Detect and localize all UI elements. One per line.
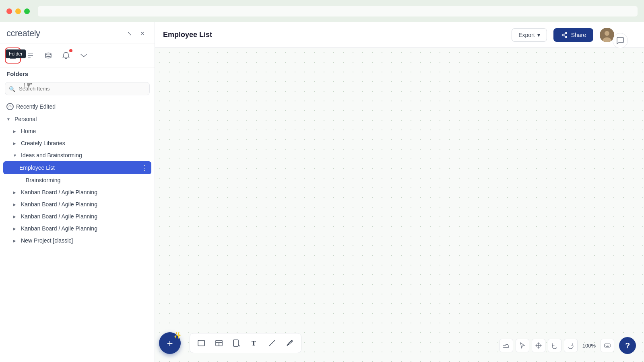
zoom-level: 100% bbox=[580, 343, 598, 349]
undo-icon bbox=[551, 342, 558, 349]
pointer-icon bbox=[519, 342, 526, 349]
canvas-area[interactable]: + ✨ bbox=[155, 48, 644, 362]
brainstorming-label: Brainstorming bbox=[26, 177, 148, 183]
logo-text: creately bbox=[11, 28, 40, 38]
chevron-right-icon: ▶ bbox=[13, 214, 19, 219]
svg-point-11 bbox=[605, 31, 609, 36]
rectangle-icon bbox=[197, 339, 206, 348]
select-tool[interactable] bbox=[516, 339, 529, 352]
sidebar-header-icons: ⤡ ✕ bbox=[124, 28, 148, 39]
document-title: Employee List bbox=[163, 31, 505, 39]
drawing-tools: T bbox=[190, 333, 301, 353]
close-button[interactable] bbox=[6, 8, 12, 14]
logo-c: c bbox=[6, 28, 11, 38]
kanban3-folder[interactable]: ▶ Kanban Board / Agile Planning bbox=[3, 210, 151, 222]
chevron-right-icon: ▶ bbox=[13, 202, 19, 207]
table-icon bbox=[215, 339, 223, 348]
keyboard-shortcuts-button[interactable] bbox=[601, 339, 614, 352]
main-area: Employee List Export ▾ Share bbox=[155, 22, 644, 362]
pen-icon bbox=[285, 339, 294, 348]
creately-libraries-folder[interactable]: ▶ Creately Libraries bbox=[3, 137, 151, 149]
table-tool[interactable] bbox=[212, 336, 226, 350]
chevron-right-icon: ▶ bbox=[13, 141, 19, 146]
chevron-down-icon: ▼ bbox=[6, 117, 12, 121]
export-button[interactable]: Export ▾ bbox=[512, 28, 547, 42]
move-tool[interactable] bbox=[532, 339, 545, 352]
share-button[interactable]: Share bbox=[553, 28, 593, 42]
folders-section-title: Folders bbox=[0, 68, 155, 82]
sidebar: Folder ☞ ccreately ⤡ ✕ bbox=[0, 22, 155, 362]
personal-folder[interactable]: ▼ Personal bbox=[3, 113, 151, 125]
expand-sidebar-button[interactable]: ⤡ bbox=[124, 28, 135, 39]
chevron-right-icon: ▶ bbox=[13, 129, 19, 134]
search-input[interactable] bbox=[5, 82, 150, 95]
kanban2-label: Kanban Board / Agile Planning bbox=[21, 201, 148, 208]
svg-line-9 bbox=[564, 35, 565, 37]
comment-button[interactable] bbox=[613, 33, 628, 48]
canvas-background bbox=[155, 48, 644, 362]
employee-list-label: Employee List bbox=[19, 165, 138, 171]
recently-edited-label: Recently Edited bbox=[16, 103, 148, 110]
redo-button[interactable] bbox=[564, 339, 578, 352]
title-bar-address bbox=[38, 6, 638, 16]
new-project-label: New Project [classic] bbox=[21, 237, 148, 244]
top-toolbar: Employee List Export ▾ Share bbox=[155, 22, 644, 48]
app-container: Folder ☞ ccreately ⤡ ✕ bbox=[0, 22, 644, 362]
help-button[interactable]: ? bbox=[619, 337, 636, 354]
more-options-button[interactable]: ⋮ bbox=[141, 164, 148, 171]
maximize-button[interactable] bbox=[24, 8, 30, 14]
search-container: 🔍 bbox=[5, 82, 150, 95]
chevron-right-icon: ▶ bbox=[13, 226, 19, 231]
new-project-folder[interactable]: ▶ New Project [classic] bbox=[3, 234, 151, 247]
title-bar bbox=[0, 0, 644, 22]
clock-icon: ◷ bbox=[6, 103, 14, 110]
chevron-right-icon: ▶ bbox=[13, 239, 19, 243]
user-avatar bbox=[600, 28, 614, 42]
kanban2-folder[interactable]: ▶ Kanban Board / Agile Planning bbox=[3, 198, 151, 210]
note-icon bbox=[232, 339, 241, 348]
svg-rect-13 bbox=[198, 340, 204, 346]
kanban4-label: Kanban Board / Agile Planning bbox=[21, 225, 148, 232]
creately-libraries-label: Creately Libraries bbox=[21, 140, 148, 146]
cloud-save-button[interactable] bbox=[500, 339, 513, 352]
recently-edited-item[interactable]: ◷ Recently Edited bbox=[3, 100, 151, 113]
tab-database[interactable] bbox=[40, 47, 56, 64]
undo-button[interactable] bbox=[548, 339, 561, 352]
pen-tool[interactable] bbox=[283, 336, 297, 350]
sparkle-icon: ✨ bbox=[173, 331, 182, 339]
minimize-button[interactable] bbox=[15, 8, 21, 14]
line-icon bbox=[268, 339, 277, 348]
tab-more[interactable] bbox=[76, 47, 92, 64]
home-folder[interactable]: ▶ Home bbox=[3, 125, 151, 137]
avatar bbox=[600, 28, 614, 42]
svg-point-7 bbox=[565, 36, 567, 38]
kanban1-folder[interactable]: ▶ Kanban Board / Agile Planning bbox=[3, 186, 151, 198]
file-tree: ◷ Recently Edited ▼ Personal ▶ Home ▶ Cr… bbox=[0, 100, 155, 362]
export-label: Export bbox=[518, 32, 535, 38]
text-tool[interactable]: T bbox=[247, 336, 262, 350]
move-icon bbox=[535, 342, 542, 349]
kanban1-label: Kanban Board / Agile Planning bbox=[21, 189, 148, 195]
ideas-brainstorming-folder[interactable]: ▼ Ideas and Brainstorming bbox=[3, 149, 151, 161]
sidebar-header: ccreately ⤡ ✕ bbox=[0, 22, 155, 43]
svg-rect-17 bbox=[233, 340, 238, 346]
svg-point-6 bbox=[565, 32, 567, 34]
rectangle-tool[interactable] bbox=[194, 336, 208, 350]
keyboard-icon bbox=[604, 342, 611, 349]
notification-badge bbox=[69, 49, 72, 52]
note-tool[interactable] bbox=[229, 336, 244, 350]
app-logo: ccreately bbox=[6, 28, 40, 39]
folder-tooltip: Folder bbox=[6, 49, 26, 58]
line-tool[interactable] bbox=[265, 336, 279, 350]
ideas-brainstorming-label: Ideas and Brainstorming bbox=[21, 152, 148, 158]
close-sidebar-button[interactable]: ✕ bbox=[137, 28, 148, 39]
svg-point-4 bbox=[45, 53, 51, 55]
cloud-icon bbox=[503, 342, 510, 349]
kanban4-folder[interactable]: ▶ Kanban Board / Agile Planning bbox=[3, 222, 151, 234]
brainstorming-item[interactable]: Brainstorming bbox=[3, 174, 151, 186]
tab-notifications[interactable] bbox=[58, 47, 74, 64]
search-icon: 🔍 bbox=[9, 86, 15, 92]
employee-list-item[interactable]: Employee List ⋮ bbox=[3, 161, 151, 174]
svg-line-19 bbox=[269, 340, 275, 346]
svg-text:T: T bbox=[252, 340, 256, 347]
